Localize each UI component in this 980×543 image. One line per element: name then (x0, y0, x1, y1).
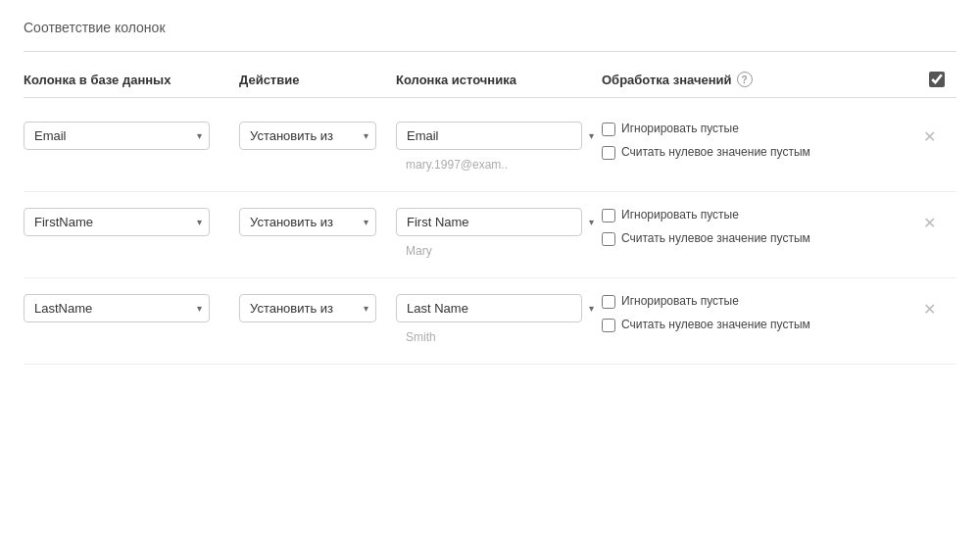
divider (24, 51, 956, 52)
ignore-empty-label-firstname[interactable]: Игнорировать пустые (602, 208, 917, 223)
header-action: Действие (239, 73, 396, 87)
delete-button-lastname[interactable]: ✕ (917, 298, 942, 321)
null-empty-checkbox-email[interactable] (602, 146, 615, 160)
db-field-wrapper-email: Email FirstName LastName ▾ (24, 122, 210, 150)
ignore-empty-checkbox-email[interactable] (602, 123, 615, 136)
null-empty-label-lastname[interactable]: Считать нулевое значение пустым (602, 318, 917, 333)
delete-cell-firstname: ✕ (917, 208, 956, 234)
source-preview-email: mary.1997@exam.. (396, 154, 602, 175)
header-checkbox-cell (917, 72, 956, 87)
source-select-lastname[interactable]: Last Name (396, 294, 582, 322)
action-select-email[interactable]: Установить из (239, 122, 376, 150)
source-select-firstname[interactable]: First Name (396, 208, 582, 236)
mapping-row: Email FirstName LastName ▾ Установить из… (24, 192, 956, 278)
action-cell-firstname: Установить из ▾ (239, 208, 396, 236)
page-title: Соответствие колонок (24, 20, 956, 35)
action-wrapper-email: Установить из ▾ (239, 122, 376, 150)
ignore-empty-checkbox-lastname[interactable] (602, 295, 615, 309)
db-field-cell-email: Email FirstName LastName ▾ (24, 122, 239, 150)
null-empty-label-email[interactable]: Считать нулевое значение пустым (602, 145, 917, 161)
null-empty-label-firstname[interactable]: Считать нулевое значение пустым (602, 231, 917, 247)
mapping-row: Email FirstName LastName ▾ Установить из… (24, 106, 956, 192)
null-empty-checkbox-lastname[interactable] (602, 319, 615, 332)
master-checkbox[interactable] (929, 72, 945, 87)
db-field-select-email[interactable]: Email FirstName LastName (24, 122, 210, 150)
db-field-select-firstname[interactable]: Email FirstName LastName (24, 208, 210, 236)
ignore-empty-checkbox-firstname[interactable] (602, 209, 615, 222)
source-select-email[interactable]: Email (396, 122, 582, 150)
columns-header: Колонка в базе данных Действие Колонка и… (24, 72, 956, 98)
source-preview-firstname: Mary (396, 240, 602, 262)
processing-cell-lastname: Игнорировать пустые Считать нулевое знач… (602, 294, 917, 332)
header-db-column: Колонка в базе данных (24, 73, 239, 87)
source-arrow-lastname: ▾ (589, 303, 594, 314)
ignore-empty-label-email[interactable]: Игнорировать пустые (602, 122, 917, 137)
delete-cell-email: ✕ (917, 122, 956, 148)
action-select-lastname[interactable]: Установить из (239, 294, 376, 322)
delete-button-email[interactable]: ✕ (917, 125, 942, 148)
source-wrapper-email: Email ▾ (396, 122, 602, 150)
source-preview-lastname: Smith (396, 326, 602, 348)
action-cell-email: Установить из ▾ (239, 122, 396, 150)
source-arrow-firstname: ▾ (589, 217, 594, 227)
action-select-firstname[interactable]: Установить из (239, 208, 376, 236)
db-field-wrapper-lastname: Email FirstName LastName ▾ (24, 294, 210, 322)
source-arrow-email: ▾ (589, 130, 594, 141)
action-wrapper-firstname: Установить из ▾ (239, 208, 376, 236)
mapping-row: Email FirstName LastName ▾ Установить из… (24, 278, 956, 365)
null-empty-checkbox-firstname[interactable] (602, 232, 615, 246)
source-wrapper-firstname: First Name ▾ (396, 208, 602, 236)
ignore-empty-label-lastname[interactable]: Игнорировать пустые (602, 294, 917, 310)
header-source-column: Колонка источника (396, 73, 602, 87)
help-icon[interactable]: ? (737, 72, 753, 87)
page-container: Соответствие колонок Колонка в базе данн… (0, 0, 980, 384)
db-field-select-lastname[interactable]: Email FirstName LastName (24, 294, 210, 322)
header-processing: Обработка значений ? (602, 72, 917, 87)
db-field-cell-lastname: Email FirstName LastName ▾ (24, 294, 239, 322)
source-wrapper-lastname: Last Name ▾ (396, 294, 602, 322)
delete-button-firstname[interactable]: ✕ (917, 212, 942, 234)
db-field-cell-firstname: Email FirstName LastName ▾ (24, 208, 239, 236)
source-cell-lastname: Last Name ▾ Smith (396, 294, 602, 348)
processing-cell-email: Игнорировать пустые Считать нулевое знач… (602, 122, 917, 160)
processing-cell-firstname: Игнорировать пустые Считать нулевое знач… (602, 208, 917, 246)
source-cell-email: Email ▾ mary.1997@exam.. (396, 122, 602, 175)
delete-cell-lastname: ✕ (917, 294, 956, 321)
action-cell-lastname: Установить из ▾ (239, 294, 396, 322)
db-field-wrapper-firstname: Email FirstName LastName ▾ (24, 208, 210, 236)
source-cell-firstname: First Name ▾ Mary (396, 208, 602, 262)
action-wrapper-lastname: Установить из ▾ (239, 294, 376, 322)
